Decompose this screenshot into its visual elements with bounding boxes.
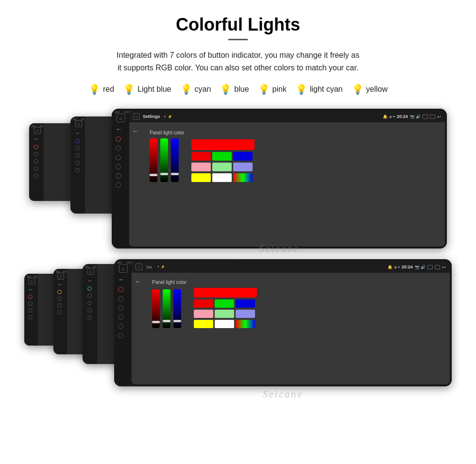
color-cyan-label: cyan bbox=[195, 85, 211, 94]
page: Colorful Lights Integrated with 7 colors… bbox=[0, 0, 476, 419]
color-blue-label: blue bbox=[234, 85, 249, 94]
color-red-label: red bbox=[103, 85, 114, 94]
device-main-bottom: MIC RST ⌂ ← ⌂ bbox=[114, 259, 452, 386]
color-lightblue: 💡 Light blue bbox=[123, 83, 171, 95]
watermark-top: Seicane bbox=[112, 243, 447, 254]
red-bulb-icon: 💡 bbox=[88, 83, 101, 95]
color-pink-label: pink bbox=[272, 85, 287, 94]
cyan-bulb-icon: 💡 bbox=[180, 83, 192, 95]
color-yellow: 💡 yellow bbox=[352, 83, 388, 95]
color-yellow-label: yellow bbox=[366, 85, 388, 94]
page-description: Integrated with 7 colors of button indic… bbox=[24, 49, 452, 74]
color-lightcyan: 💡 light cyan bbox=[295, 83, 343, 95]
color-cyan: 💡 cyan bbox=[180, 83, 211, 95]
pink-bulb-icon: 💡 bbox=[258, 83, 270, 95]
top-device-group: MIC RST ⌂ ← MIC RST bbox=[29, 109, 447, 254]
color-red: 💡 red bbox=[88, 83, 114, 95]
blue-bulb-icon: 💡 bbox=[220, 83, 232, 95]
page-title: Colorful Lights bbox=[19, 15, 457, 35]
title-divider bbox=[228, 39, 248, 40]
device-main-top: MIC RST ⌂ ← bbox=[112, 109, 447, 249]
watermark-bottom: Seicane bbox=[114, 389, 452, 400]
yellow-bulb-icon: 💡 bbox=[352, 83, 364, 95]
colors-row: 💡 red 💡 Light blue 💡 cyan 💡 blue 💡 pink … bbox=[19, 83, 457, 95]
color-lightcyan-label: light cyan bbox=[310, 85, 343, 94]
color-blue: 💡 blue bbox=[220, 83, 249, 95]
lightcyan-bulb-icon: 💡 bbox=[295, 83, 307, 95]
color-pink: 💡 pink bbox=[258, 83, 287, 95]
panel-label: Panel light color bbox=[150, 130, 439, 135]
bottom-device-group: MIC RST ⌂ ← MIC RST bbox=[24, 259, 452, 400]
lightblue-bulb-icon: 💡 bbox=[123, 83, 135, 95]
color-lightblue-label: Light blue bbox=[137, 85, 171, 94]
